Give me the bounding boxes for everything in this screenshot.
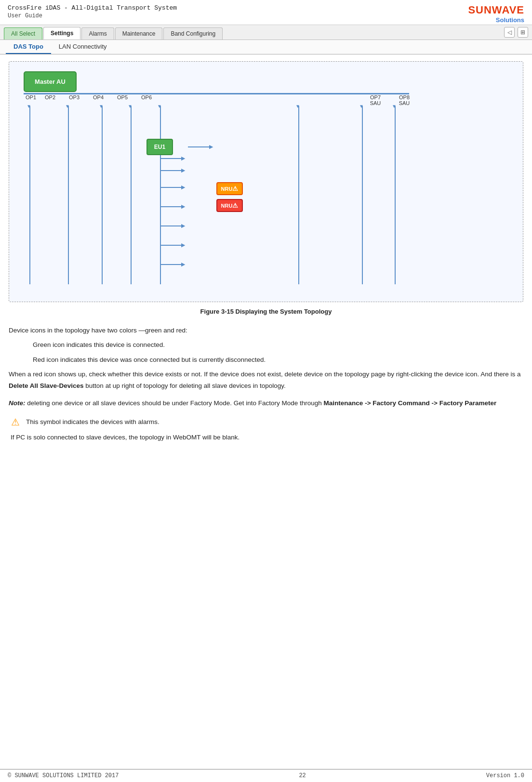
- v-line-op4: [131, 106, 132, 284]
- v-arrow-op3: ▼: [99, 104, 104, 109]
- eu1-h-arrow: [188, 146, 212, 147]
- v-line-op8: [395, 106, 396, 284]
- warn-line: ⚠ This symbol indicates the devices with…: [9, 415, 523, 429]
- header-title-line1: CrossFire iDAS - All-Digital Transport S…: [8, 4, 177, 13]
- body-red-desc: Red icon indicates this device was once …: [9, 354, 523, 366]
- logo: SUNWAVE Solutions: [468, 4, 524, 24]
- share-icon[interactable]: ◁: [504, 27, 515, 38]
- header-title-line2: User Guide: [8, 13, 177, 19]
- op7-label: OP7SAU: [361, 94, 390, 106]
- tab-band-configuring[interactable]: Band Configuring: [163, 27, 223, 40]
- branch2-arrow: ▶: [181, 167, 185, 173]
- v-arrow-op2: ▼: [65, 104, 70, 109]
- v-arrow-op1: ▼: [27, 104, 31, 109]
- grid-icon[interactable]: ⊞: [518, 27, 528, 38]
- note-text: deleting one device or all slave devices…: [26, 399, 324, 407]
- tab-bar: All Select Settings Alarms Maintenance B…: [0, 25, 532, 40]
- v-line-op1: [29, 106, 30, 284]
- tab-all-select[interactable]: All Select: [4, 27, 42, 40]
- footer: © SUNWAVE SOLUTIONS LIMITED 2017 22 Vers…: [0, 769, 532, 782]
- warn-desc: This symbol indicates the devices with a…: [26, 416, 160, 428]
- footer-copyright: © SUNWAVE SOLUTIONS LIMITED 2017: [8, 772, 119, 779]
- note-block: Note: deleting one device or all slave d…: [9, 398, 523, 409]
- v-arrow-op8: ▼: [392, 104, 397, 109]
- nru1-warn-icon: ⚠: [232, 185, 238, 192]
- figure-caption: Figure 3-15 Displaying the System Topolo…: [9, 308, 523, 315]
- body-para2-text: When a red icon shows up, check whether …: [9, 371, 521, 378]
- nru2-box[interactable]: NRU⚠: [216, 199, 243, 212]
- nru2-warn-icon: ⚠: [232, 202, 238, 209]
- master-au-box[interactable]: Master AU: [24, 71, 77, 92]
- tab-maintenance[interactable]: Maintenance: [115, 27, 163, 40]
- branch7-arrow: ▶: [181, 261, 185, 267]
- v-arrow-op5: ▼: [157, 104, 162, 109]
- branch1: [160, 158, 184, 159]
- v-line-op7: [362, 106, 363, 284]
- branch1-arrow: ▶: [181, 155, 185, 161]
- main-content: Master AU OP1 OP2 OP3 OP4 OP5 OP6 OP7SAU…: [0, 54, 532, 450]
- footer-page: 22: [299, 772, 306, 779]
- nru1-box[interactable]: NRU⚠: [216, 182, 243, 195]
- v-line-op5: [160, 106, 161, 284]
- v-line-op3: [102, 106, 103, 284]
- op6-label: OP6: [134, 94, 159, 106]
- branch3-arrow: ▶: [181, 184, 185, 190]
- tab-alarms[interactable]: Alarms: [81, 27, 114, 40]
- v-arrow-op4: ▼: [128, 104, 133, 109]
- logo-sunwave: SUNWAVE: [468, 4, 524, 16]
- note-bold: Maintenance -> Factory Command -> Factor…: [324, 399, 497, 407]
- op2-label: OP2: [38, 94, 62, 106]
- note-label: Note:: [9, 399, 26, 407]
- sub-tab-lan-connectivity[interactable]: LAN Connectivity: [51, 40, 115, 54]
- v-arrow-op7: ▼: [359, 104, 364, 109]
- branch6: [160, 245, 184, 246]
- sub-tab-das-topo[interactable]: DAS Topo: [6, 40, 51, 54]
- warn-triangle-icon: ⚠: [9, 415, 22, 429]
- last-line: If PC is solo connected to slave devices…: [9, 432, 523, 443]
- body-green-desc: Green icon indicates this device is conn…: [9, 339, 523, 351]
- topology-diagram: Master AU OP1 OP2 OP3 OP4 OP5 OP6 OP7SAU…: [9, 61, 523, 302]
- v-arrow-op6: ▼: [295, 104, 300, 109]
- body-delete-bold: Delete All Slave-Devices: [9, 382, 84, 389]
- body-para2: When a red icon shows up, check whether …: [9, 369, 523, 392]
- eu1-box[interactable]: EU1: [146, 139, 173, 155]
- branch6-arrow: ▶: [181, 242, 185, 248]
- tab-bar-icons: ◁ ⊞: [504, 27, 528, 40]
- branch5: [160, 225, 184, 226]
- branch4-arrow: ▶: [181, 203, 185, 210]
- body-para1: Device icons in the topology have two co…: [9, 325, 523, 336]
- sub-tab-bar: DAS Topo LAN Connectivity: [0, 40, 532, 54]
- footer-version: Version 1.0: [486, 772, 524, 779]
- header: CrossFire iDAS - All-Digital Transport S…: [0, 0, 532, 25]
- v-line-op2: [68, 106, 69, 284]
- tab-settings[interactable]: Settings: [43, 27, 80, 40]
- logo-solutions: Solutions: [468, 16, 524, 24]
- v-line-op6: [298, 106, 299, 284]
- eu1-arrow-head: ▶: [209, 144, 213, 150]
- branch7: [160, 264, 184, 265]
- branch4: [160, 206, 184, 207]
- branch5-arrow: ▶: [181, 223, 185, 229]
- branch3: [160, 187, 184, 188]
- header-text: CrossFire iDAS - All-Digital Transport S…: [8, 4, 177, 19]
- op4-label: OP4: [86, 94, 110, 106]
- body-para2-end: button at up right of topology for delet…: [84, 382, 286, 389]
- op-spacer: [159, 94, 361, 106]
- branch2: [160, 170, 184, 171]
